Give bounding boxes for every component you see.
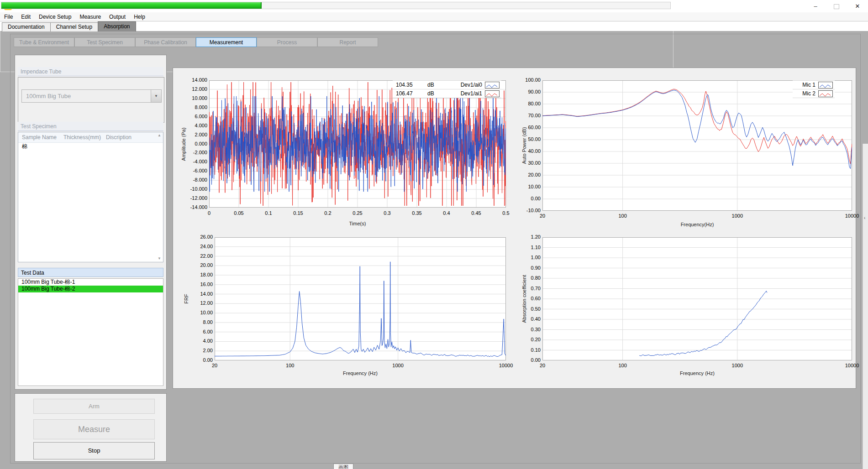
legend-item-dev1-ai1[interactable]: 106.47 dB Dev1/ai1 — [393, 89, 501, 98]
measure-button[interactable]: Measure — [33, 419, 155, 439]
subtab-measurement[interactable]: Measurement — [196, 37, 257, 47]
subtab-process[interactable]: Process — [257, 37, 317, 47]
legend-item-mic2[interactable]: Mic 2 — [793, 89, 835, 98]
tab-documentation[interactable]: Documentation — [2, 22, 51, 31]
minimize-button[interactable]: – — [805, 0, 826, 12]
tab-channel-setup[interactable]: Channel Setup — [50, 22, 98, 31]
level-value: 106.47 — [396, 90, 413, 97]
waveform-icon — [818, 90, 833, 97]
level-value: 104.35 — [396, 82, 413, 88]
scroll-down-icon[interactable]: ▼ — [156, 256, 163, 261]
waveform-icon — [485, 82, 500, 89]
list-item[interactable]: 100mm Big Tube-棉-1 — [18, 279, 163, 286]
right-splitter-scrollbar[interactable]: ‹ — [863, 144, 868, 469]
wave-y-axis-title: Amplitude (Pa) — [181, 128, 186, 161]
frf-x-axis-title: Frequency (Hz) — [343, 370, 378, 376]
progress-bar — [1, 2, 671, 9]
subtab-test-specimen[interactable]: Test Specimen — [74, 37, 135, 47]
autopower-y-axis-title: Auto Power (dB) — [521, 127, 527, 164]
subtab-phase-calibration[interactable]: Phase Calibration — [135, 37, 196, 47]
frf-y-axis-title: FRF — [184, 294, 189, 303]
scroll-up-icon[interactable]: ▲ — [156, 133, 163, 138]
legend-label: Dev1/ai1 — [461, 90, 482, 97]
tube-select-value: 100mm Big Tube — [26, 93, 71, 99]
menu-device-setup[interactable]: Device Setup — [35, 13, 75, 21]
arm-button[interactable]: Arm — [33, 399, 155, 414]
chevron-down-icon[interactable]: ▼ — [151, 90, 161, 102]
list-item[interactable]: 100mm Big Tube-棉-2 — [18, 286, 163, 292]
level-unit: dB — [427, 90, 434, 97]
waveform-icon — [485, 90, 500, 97]
column-header-discription[interactable]: Discription — [106, 132, 132, 142]
main-tab-strip: DocumentationChannel SetupAbsorption — [0, 21, 868, 31]
column-header-sample-name[interactable]: Sample Name — [22, 132, 57, 142]
table-cell: 棉 — [22, 143, 27, 151]
menu-output[interactable]: Output — [105, 13, 130, 21]
menu-measure[interactable]: Measure — [75, 13, 105, 21]
waveform-icon — [818, 82, 833, 89]
close-button[interactable]: ✕ — [847, 0, 868, 12]
maximize-icon — [834, 4, 839, 9]
application-window: ▶ Absorption – ✕ FileEditDevice SetupMea… — [0, 0, 868, 469]
legend-item-mic1[interactable]: Mic 1 — [793, 80, 835, 89]
wave-x-axis-title: Time(s) — [349, 221, 366, 226]
menu-bar: FileEditDevice SetupMeasureOutputHelp — [0, 12, 868, 21]
legend-label: Mic 1 — [802, 82, 815, 88]
test-data-header: Test Data — [18, 268, 163, 277]
test-data-list[interactable]: 100mm Big Tube-棉-1100mm Big Tube-棉-2 — [18, 278, 163, 386]
test-specimen-header: Test Specimen — [18, 122, 163, 131]
legend-label: Dev1/ai0 — [461, 82, 482, 88]
progress-bar-fill — [1, 2, 262, 9]
absorption-x-axis-title: Frequency (Hz) — [680, 370, 715, 376]
legend-item-dev1-ai0[interactable]: 104.35 dB Dev1/ai0 — [393, 80, 501, 89]
charts-panel — [173, 68, 856, 389]
absorption-y-axis-title: Absorption coefficient — [521, 275, 527, 323]
column-header-thickness-mm[interactable]: Thickness(mm) — [63, 132, 101, 142]
wave-legend: 104.35 dB Dev1/ai0 106.47 dB Dev1/ai1 — [393, 80, 501, 98]
level-unit: dB — [427, 82, 434, 88]
autopower-legend: Mic 1 Mic 2 — [793, 80, 835, 98]
autopower-x-axis-title: Frequency(Hz) — [681, 222, 714, 227]
chevron-left-icon: ‹ — [864, 215, 865, 220]
bottom-tab[interactable]: 画图 — [333, 464, 353, 469]
table-header-row: Sample NameThickness(mm)Discription — [18, 132, 163, 143]
maximize-button[interactable] — [826, 0, 847, 12]
impedance-tube-header: Impendace Tube — [18, 67, 163, 76]
menu-file[interactable]: File — [0, 13, 17, 21]
subtab-tube-environment[interactable]: Tube & Environment — [14, 37, 74, 47]
stop-button[interactable]: Stop — [33, 442, 155, 459]
legend-label: Mic 2 — [802, 90, 815, 97]
actions-panel: Arm Measure Stop — [15, 393, 167, 462]
menu-edit[interactable]: Edit — [17, 13, 35, 21]
subtab-report[interactable]: Report — [317, 37, 378, 47]
sidebar-panel: Impendace Tube 100mm Big Tube ▼ Test Spe… — [15, 55, 167, 390]
test-specimen-table[interactable]: Sample NameThickness(mm)Discription 棉 ▲ … — [18, 132, 163, 262]
tab-absorption[interactable]: Absorption — [98, 21, 136, 31]
menu-help[interactable]: Help — [130, 13, 149, 21]
tube-select-dropdown[interactable]: 100mm Big Tube ▼ — [21, 89, 162, 103]
